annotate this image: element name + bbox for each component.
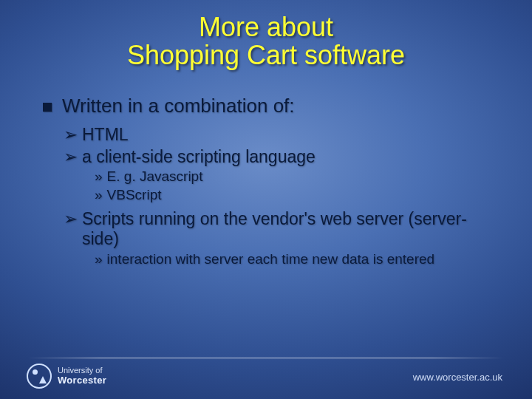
bullet-text: E. g. Javascript — [107, 168, 203, 185]
bullet-level-3: » interaction with server each time new … — [95, 251, 502, 268]
raquo-bullet-icon: » — [95, 187, 103, 204]
university-logo: University of Worcester — [27, 364, 106, 389]
arrow-bullet-icon: ➢ — [64, 209, 78, 228]
bullet-text: HTML — [82, 125, 129, 144]
bullet-text: Scripts running on the vendor's web serv… — [82, 209, 502, 248]
title-line-2: Shopping Cart software — [127, 40, 405, 70]
slide-footer: University of Worcester www.worcester.ac… — [0, 353, 532, 399]
square-bullet-icon — [43, 103, 52, 112]
logo-line-1: University of — [58, 366, 106, 375]
logo-text: University of Worcester — [58, 366, 106, 385]
raquo-bullet-icon: » — [95, 251, 103, 268]
bullet-text: VBScript — [107, 187, 162, 204]
footer-url: www.worcester.ac.uk — [413, 372, 502, 383]
raquo-bullet-icon: » — [95, 168, 103, 185]
title-line-1: More about — [199, 12, 333, 42]
bullet-text: Written in a combination of: — [62, 95, 295, 117]
arrow-bullet-icon: ➢ — [64, 125, 78, 144]
logo-line-2: Worcester — [58, 375, 106, 386]
bullet-level-3: » VBScript — [95, 187, 502, 204]
bullet-level-2: ➢ a client-side scripting language — [64, 147, 502, 166]
slide: More about Shopping Cart software Writte… — [0, 0, 532, 399]
bullet-level-2: ➢ HTML — [64, 125, 502, 144]
footer-divider — [28, 358, 504, 358]
bullet-text: a client-side scripting language — [82, 147, 316, 166]
bullet-text: interaction with server each time new da… — [107, 251, 435, 268]
slide-body: Written in a combination of: ➢ HTML ➢ a … — [43, 95, 502, 268]
arrow-bullet-icon: ➢ — [64, 147, 78, 166]
bullet-level-1: Written in a combination of: — [43, 95, 502, 117]
bullet-level-3: » E. g. Javascript — [95, 168, 502, 185]
crest-icon — [27, 364, 52, 389]
slide-title: More about Shopping Cart software — [0, 13, 532, 69]
bullet-level-2: ➢ Scripts running on the vendor's web se… — [64, 209, 502, 248]
